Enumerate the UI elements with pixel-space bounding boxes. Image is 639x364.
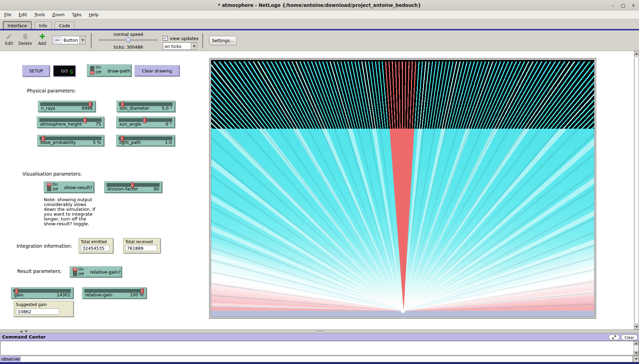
slider-label: relative-gain (85, 292, 112, 297)
setup-button[interactable]: SETUP (22, 65, 50, 77)
monitor-label: Total emitted (81, 239, 107, 244)
relative-gain-slider[interactable]: relative-gain100 % (82, 287, 147, 299)
divider-drag-handle[interactable] (317, 331, 323, 333)
menu-item-tools[interactable]: Tools (31, 10, 48, 19)
command-history-button[interactable] (633, 356, 639, 362)
monitor-label: Suggested gain (16, 302, 47, 307)
draw-path-switch[interactable]: On Off draw-path (87, 65, 131, 77)
divider-collapse-controls (20, 331, 28, 332)
button-widget-icon: abc (54, 37, 61, 43)
sun-angle-slider[interactable]: sun_angle0 ° (116, 117, 175, 128)
sun-diameter-slider[interactable]: sun_diameter5.0 ° (117, 101, 175, 112)
interface-toolbar: Edit Delete Add abc Button normal speed … (0, 30, 639, 51)
total-received-monitor: Total received 761889 (123, 238, 160, 253)
expand-up-icon[interactable] (20, 331, 23, 332)
switch-knob[interactable] (73, 268, 77, 271)
switch-on-label: On (96, 65, 101, 70)
switch-on-label: On (78, 267, 84, 272)
menu-item-help[interactable]: Help (86, 10, 101, 19)
visualisation-parameters-heading: Visualisation parameters: (22, 171, 82, 177)
widget-type-dropdown[interactable]: abc Button (52, 36, 86, 45)
slider-value: 100 % (130, 292, 144, 297)
collapse-down-icon[interactable] (25, 331, 28, 332)
integration-information-heading: Integration information: (17, 243, 72, 249)
menu-item-edit[interactable]: Edit (16, 10, 30, 19)
view-updates-label: view updates (170, 36, 198, 41)
switch-label: draw-path (107, 68, 130, 73)
add-button[interactable]: Add (35, 32, 49, 46)
menu-item-tabs[interactable]: Tabs (69, 10, 84, 19)
switch-on-label: On (52, 182, 58, 187)
relative-gain-switch[interactable]: On Off relative-gain? (70, 266, 122, 277)
base-probability-slider[interactable]: base_probability5 % (37, 135, 104, 146)
division-factor-slider[interactable]: division-factor90 (104, 181, 162, 193)
menu-item-zoom[interactable]: Zoom (49, 10, 67, 19)
slider-value: 1.0 (165, 140, 172, 145)
chevron-down-icon (635, 358, 638, 360)
n-rays-slider[interactable]: n_rays9999 (38, 101, 96, 112)
switch-slot (73, 268, 77, 276)
command-center-header: Command Center Clear (0, 333, 639, 341)
close-button[interactable]: × (630, 3, 637, 8)
chevron-down-icon (193, 46, 196, 47)
go-button-label: GO (61, 68, 68, 73)
show-result-switch[interactable]: On Off show-result? (44, 181, 94, 193)
command-center-divider[interactable] (0, 329, 639, 333)
scroll-down-button[interactable] (634, 351, 638, 355)
menu-item-file[interactable]: File (1, 10, 14, 19)
update-mode-dropdown[interactable]: on ticks (163, 42, 197, 50)
go-button[interactable]: GO (53, 65, 76, 77)
view-updates-checkbox[interactable]: ✓ (163, 36, 168, 41)
speed-slider[interactable] (99, 38, 158, 43)
gain-slider[interactable]: gain14301 (11, 287, 73, 299)
slider-label: gain (14, 292, 23, 297)
maximize-button[interactable]: □ (620, 3, 627, 8)
speed-slider-thumb[interactable] (126, 37, 131, 42)
toolbar-separator (202, 33, 203, 48)
switch-label: show-result? (64, 185, 92, 190)
slider-label: atmosphere_height (40, 121, 82, 127)
switch-knob[interactable] (90, 71, 95, 75)
scroll-up-button[interactable] (634, 51, 639, 56)
world-view[interactable] (209, 58, 596, 319)
canvas-vertical-scrollbar[interactable] (634, 51, 639, 329)
show-result-note: Note: showing output considerably slows … (44, 197, 109, 226)
pencil-icon (2, 32, 16, 41)
command-input[interactable] (20, 356, 633, 362)
minimize-button[interactable]: – (609, 3, 616, 8)
detach-command-center-button[interactable] (609, 334, 620, 340)
clear-command-center-button[interactable]: Clear (621, 334, 638, 340)
chevron-down-icon (81, 39, 84, 41)
command-center-title: Command Center (2, 334, 46, 340)
light-path-slider[interactable]: light_path1.0 (116, 135, 175, 146)
settings-button[interactable]: Settings... (209, 36, 237, 45)
monitor-value: 10862 (16, 308, 59, 315)
atmosphere-height-slider[interactable]: atmosphere_height75 (37, 117, 104, 128)
slider-label: sun_diameter (120, 106, 149, 111)
monitor-value: 32454535 (81, 245, 110, 251)
world-view-inner (211, 60, 594, 317)
physical-parameters-heading: Physical parameters: (27, 88, 76, 94)
switch-onoff-labels: On Off (78, 267, 84, 277)
delete-button[interactable]: Delete (17, 32, 33, 46)
triangle-up-icon (635, 343, 638, 344)
slider-value: 5 % (93, 140, 101, 145)
scroll-down-button[interactable] (634, 324, 639, 329)
switch-knob[interactable] (47, 183, 51, 186)
slider-label: division-factor (107, 186, 138, 191)
switch-onoff-labels: On Off (96, 65, 101, 75)
edit-button[interactable]: Edit (2, 32, 16, 46)
suggested-gain-monitor: Suggested gain 10862 (14, 301, 73, 317)
command-center-output (0, 341, 639, 355)
clear-drawing-button[interactable]: Clear drawing (135, 65, 179, 76)
slider-value: 90 (154, 186, 159, 191)
scrollbar-thumb[interactable] (635, 57, 639, 324)
triangle-down-icon (635, 326, 638, 328)
monitor-label: Total received (125, 239, 153, 244)
switch-slot (47, 183, 51, 191)
expand-arrows-icon (612, 335, 616, 339)
output-scrollbar[interactable] (633, 341, 638, 355)
widget-type-dropdown-button[interactable] (79, 36, 86, 44)
update-mode-dropdown-button[interactable] (191, 43, 197, 50)
scroll-up-button[interactable] (634, 341, 638, 345)
